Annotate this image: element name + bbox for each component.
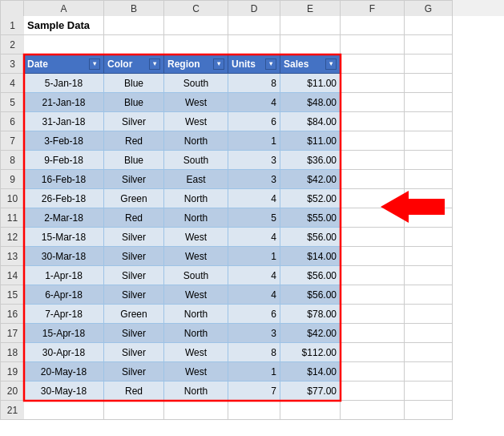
cell-d16[interactable]: 6 (228, 305, 280, 324)
cell-b16[interactable]: Green (104, 305, 164, 324)
cell-c19[interactable]: West (164, 362, 228, 382)
cell-e16[interactable]: $78.00 (280, 305, 341, 324)
filter-date-icon[interactable]: ▾ (89, 59, 100, 70)
cell-d1 (228, 16, 280, 35)
cell-b5[interactable]: Blue (104, 93, 164, 112)
cell-a9[interactable]: 16-Feb-18 (24, 170, 104, 189)
row-13: 13 30-Mar-18 Silver West 1 $14.00 (0, 247, 504, 266)
cell-b4[interactable]: Blue (104, 74, 164, 93)
cell-b17[interactable]: Silver (104, 324, 164, 343)
cell-e17[interactable]: $42.00 (280, 324, 341, 343)
cell-e19[interactable]: $14.00 (280, 362, 341, 382)
cell-e14[interactable]: $56.00 (280, 266, 341, 285)
cell-b12[interactable]: Silver (104, 228, 164, 247)
cell-c7[interactable]: North (164, 131, 228, 151)
header-region[interactable]: Region ▾ (164, 54, 228, 74)
cell-b7[interactable]: Red (104, 131, 164, 151)
cell-e20[interactable]: $77.00 (280, 382, 341, 401)
header-color[interactable]: Color ▾ (104, 54, 164, 74)
cell-a5[interactable]: 21-Jan-18 (24, 93, 104, 112)
cell-d15[interactable]: 4 (228, 285, 280, 305)
cell-a4[interactable]: 5-Jan-18 (24, 74, 104, 93)
cell-d17[interactable]: 3 (228, 324, 280, 343)
cell-c9[interactable]: East (164, 170, 228, 189)
cell-c16[interactable]: North (164, 305, 228, 324)
cell-e18[interactable]: $112.00 (280, 343, 341, 362)
cell-e12[interactable]: $56.00 (280, 228, 341, 247)
cell-e4[interactable]: $11.00 (280, 74, 341, 93)
cell-b8[interactable]: Blue (104, 151, 164, 170)
cell-a6[interactable]: 31-Jan-18 (24, 112, 104, 131)
cell-a16[interactable]: 7-Apr-18 (24, 305, 104, 324)
cell-d19[interactable]: 1 (228, 362, 280, 382)
cell-c4[interactable]: South (164, 74, 228, 93)
cell-e7[interactable]: $11.00 (280, 131, 341, 151)
cell-c11[interactable]: North (164, 208, 228, 228)
cell-e8[interactable]: $36.00 (280, 151, 341, 170)
filter-units-icon[interactable]: ▾ (265, 59, 276, 70)
header-units[interactable]: Units ▾ (228, 54, 280, 74)
cell-c12[interactable]: West (164, 228, 228, 247)
cell-b14[interactable]: Silver (104, 266, 164, 285)
cell-e5[interactable]: $48.00 (280, 93, 341, 112)
cell-e15[interactable]: $56.00 (280, 285, 341, 305)
filter-sales-icon[interactable]: ▾ (325, 59, 337, 70)
cell-a14[interactable]: 1-Apr-18 (24, 266, 104, 285)
cell-d14[interactable]: 4 (228, 266, 280, 285)
header-sales[interactable]: Sales ▾ (280, 54, 341, 74)
cell-a19[interactable]: 20-May-18 (24, 362, 104, 382)
cell-b15[interactable]: Silver (104, 285, 164, 305)
cell-d4[interactable]: 8 (228, 74, 280, 93)
cell-c5[interactable]: West (164, 93, 228, 112)
cell-e9[interactable]: $42.00 (280, 170, 341, 189)
header-date[interactable]: Date ▾ (24, 54, 104, 74)
cell-d11[interactable]: 5 (228, 208, 280, 228)
cell-d7[interactable]: 1 (228, 131, 280, 151)
cell-a18[interactable]: 30-Apr-18 (24, 343, 104, 362)
filter-region-icon[interactable]: ▾ (213, 59, 224, 70)
cell-d13[interactable]: 1 (228, 247, 280, 266)
cell-b11[interactable]: Red (104, 208, 164, 228)
cell-d12[interactable]: 4 (228, 228, 280, 247)
cell-e13[interactable]: $14.00 (280, 247, 341, 266)
cell-c6[interactable]: West (164, 112, 228, 131)
cell-a20[interactable]: 30-May-18 (24, 382, 104, 401)
cell-c14[interactable]: South (164, 266, 228, 285)
cell-b20[interactable]: Red (104, 382, 164, 401)
cell-d10[interactable]: 4 (228, 189, 280, 208)
cell-b9[interactable]: Silver (104, 170, 164, 189)
cell-a12[interactable]: 15-Mar-18 (24, 228, 104, 247)
cell-b13[interactable]: Silver (104, 247, 164, 266)
cell-a13[interactable]: 30-Mar-18 (24, 247, 104, 266)
cell-d18[interactable]: 8 (228, 343, 280, 362)
cell-c15[interactable]: West (164, 285, 228, 305)
cell-a8[interactable]: 9-Feb-18 (24, 151, 104, 170)
cell-c17[interactable]: North (164, 324, 228, 343)
cell-c10[interactable]: North (164, 189, 228, 208)
cell-d5[interactable]: 4 (228, 93, 280, 112)
cell-b19[interactable]: Silver (104, 362, 164, 382)
cell-a10[interactable]: 26-Feb-18 (24, 189, 104, 208)
cell-d8[interactable]: 3 (228, 151, 280, 170)
cell-c13[interactable]: West (164, 247, 228, 266)
cell-c8[interactable]: South (164, 151, 228, 170)
cell-a17[interactable]: 15-Apr-18 (24, 324, 104, 343)
cell-e10[interactable]: $52.00 (280, 189, 341, 208)
cell-d20[interactable]: 7 (228, 382, 280, 401)
cell-d2 (228, 35, 280, 54)
cell-e11[interactable]: $55.00 (280, 208, 341, 228)
cell-b10[interactable]: Green (104, 189, 164, 208)
cell-b6[interactable]: Silver (104, 112, 164, 131)
cell-a1[interactable]: Sample Data (24, 16, 104, 35)
cell-a7[interactable]: 3-Feb-18 (24, 131, 104, 151)
cell-c18[interactable]: West (164, 343, 228, 362)
cell-a15[interactable]: 6-Apr-18 (24, 285, 104, 305)
filter-color-icon[interactable]: ▾ (149, 59, 160, 70)
cell-d6[interactable]: 6 (228, 112, 280, 131)
cell-e6[interactable]: $84.00 (280, 112, 341, 131)
cell-a11[interactable]: 2-Mar-18 (24, 208, 104, 228)
cell-b18[interactable]: Silver (104, 343, 164, 362)
cell-d9[interactable]: 3 (228, 170, 280, 189)
cell-b1 (104, 16, 164, 35)
cell-c20[interactable]: North (164, 382, 228, 401)
